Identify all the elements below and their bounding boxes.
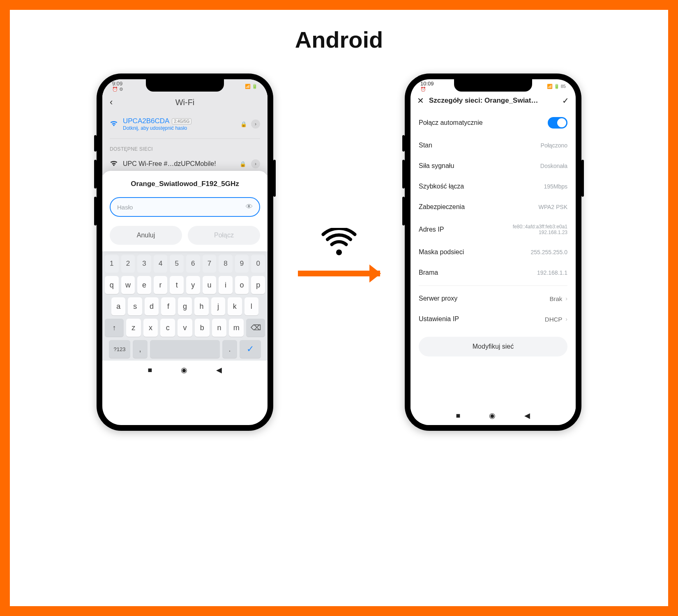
chevron-right-icon: › bbox=[565, 316, 567, 322]
kb-row-asdf: asdfghjkl bbox=[105, 297, 265, 315]
connect-button[interactable]: Połącz bbox=[188, 226, 260, 245]
key-k[interactable]: k bbox=[228, 297, 242, 315]
gateway-value: 192.168.1.1 bbox=[537, 269, 567, 276]
ip-row: Adres IP fe80::4afd:a3ff:feb3:e0a1 192.1… bbox=[410, 217, 576, 242]
key-b[interactable]: b bbox=[195, 319, 210, 337]
symbols-key[interactable]: ?123 bbox=[109, 340, 130, 358]
key-v[interactable]: v bbox=[178, 319, 192, 337]
key-q[interactable]: q bbox=[105, 276, 119, 294]
wifi-large-icon bbox=[321, 228, 357, 258]
status-value: Połączono bbox=[541, 142, 567, 149]
cancel-button[interactable]: Anuluj bbox=[110, 226, 182, 245]
key-0[interactable]: 0 bbox=[251, 255, 265, 273]
speed-value: 195Mbps bbox=[544, 183, 567, 190]
kb-row-zxcv: ↑ zxcvbnm ⌫ bbox=[105, 319, 265, 337]
enter-key[interactable]: ✓ bbox=[240, 340, 261, 358]
security-row: Zabezpieczenia WPA2 PSK bbox=[410, 197, 576, 217]
available-networks-label: DOSTĘPNE SIECI bbox=[102, 140, 268, 155]
auto-connect-row[interactable]: Połącz automatycznie bbox=[410, 110, 576, 135]
key-u[interactable]: u bbox=[203, 276, 217, 294]
nav-recent-icon[interactable]: ■ bbox=[148, 366, 152, 375]
shift-key[interactable]: ↑ bbox=[105, 319, 124, 337]
nav-back-icon[interactable]: ◀ bbox=[216, 365, 222, 375]
key-x[interactable]: x bbox=[143, 319, 158, 337]
eye-icon[interactable]: 👁 bbox=[246, 203, 253, 211]
phone-left: 9:09 ⏰ ⚙︎ 📶 🔋 ‹ Wi-Fi UPCA bbox=[97, 74, 273, 431]
nav-back-icon[interactable]: ◀ bbox=[524, 411, 530, 420]
key-g[interactable]: g bbox=[178, 297, 192, 315]
close-icon[interactable]: ✕ bbox=[417, 96, 424, 106]
key-4[interactable]: 4 bbox=[154, 255, 168, 273]
arrow-right-icon bbox=[298, 271, 380, 276]
connected-ssid: UPCA2B6CDA bbox=[123, 117, 169, 125]
nav-home-icon[interactable]: ◉ bbox=[489, 411, 496, 420]
key-5[interactable]: 5 bbox=[170, 255, 184, 273]
period-key[interactable]: . bbox=[222, 340, 237, 358]
space-key[interactable] bbox=[150, 340, 220, 358]
chevron-right-icon[interactable]: › bbox=[251, 159, 260, 168]
signal-row: Siła sygnału Doskonała bbox=[410, 156, 576, 176]
key-l[interactable]: l bbox=[244, 297, 258, 315]
key-9[interactable]: 9 bbox=[235, 255, 249, 273]
key-w[interactable]: w bbox=[121, 276, 135, 294]
connected-subtext: Dotknij, aby udostępnić hasło bbox=[123, 125, 235, 131]
key-e[interactable]: e bbox=[137, 276, 151, 294]
gateway-row: Brama 192.168.1.1 bbox=[410, 262, 576, 283]
key-6[interactable]: 6 bbox=[186, 255, 200, 273]
security-value: WPA2 PSK bbox=[538, 204, 567, 210]
ip-settings-row[interactable]: Ustawienia IP DHCP› bbox=[410, 309, 576, 329]
back-icon[interactable]: ‹ bbox=[110, 97, 113, 108]
kb-row-numbers: 1234567890 bbox=[105, 255, 265, 273]
nav-home-icon[interactable]: ◉ bbox=[181, 365, 187, 375]
key-n[interactable]: n bbox=[212, 319, 227, 337]
check-icon[interactable]: ✓ bbox=[562, 96, 569, 106]
page-title: Android bbox=[10, 10, 668, 53]
ip-settings-value: DHCP bbox=[545, 316, 563, 323]
connected-network-row[interactable]: UPCA2B6CDA 2.4G/5G Dotknij, aby udostępn… bbox=[102, 111, 268, 137]
key-3[interactable]: 3 bbox=[137, 255, 151, 273]
key-t[interactable]: t bbox=[170, 276, 184, 294]
status-time: 10:09 ⏰ bbox=[420, 80, 434, 92]
kb-row-qwerty: qwertyuiop bbox=[105, 276, 265, 294]
backspace-key[interactable]: ⌫ bbox=[246, 319, 265, 337]
key-2[interactable]: 2 bbox=[121, 255, 135, 273]
password-dialog: Orange_Swiatlowod_F192_5GHz 👁 Anuluj Poł… bbox=[102, 171, 268, 251]
center-graphic bbox=[298, 228, 380, 276]
key-7[interactable]: 7 bbox=[203, 255, 217, 273]
password-input[interactable] bbox=[117, 204, 242, 211]
key-r[interactable]: r bbox=[154, 276, 168, 294]
chevron-right-icon[interactable]: › bbox=[251, 120, 260, 129]
proxy-row[interactable]: Serwer proxy Brak› bbox=[410, 288, 576, 309]
comma-key[interactable]: , bbox=[133, 340, 148, 358]
auto-connect-label: Połącz automatycznie bbox=[419, 119, 483, 126]
key-1[interactable]: 1 bbox=[105, 255, 119, 273]
phone-right: 10:09 ⏰ 📶 🔋 85 ✕ Szczegóły sieci: Orange… bbox=[405, 74, 581, 431]
available-ssid: UPC Wi-Free #…dzUPCMobile! bbox=[123, 160, 235, 168]
key-a[interactable]: a bbox=[111, 297, 125, 315]
wifi-icon bbox=[110, 160, 118, 168]
key-d[interactable]: d bbox=[145, 297, 159, 315]
key-h[interactable]: h bbox=[194, 297, 208, 315]
key-o[interactable]: o bbox=[235, 276, 249, 294]
key-y[interactable]: y bbox=[186, 276, 200, 294]
key-s[interactable]: s bbox=[128, 297, 142, 315]
lock-icon: 🔒 bbox=[240, 161, 246, 167]
auto-connect-toggle[interactable] bbox=[548, 117, 567, 129]
key-p[interactable]: p bbox=[251, 276, 265, 294]
key-8[interactable]: 8 bbox=[219, 255, 233, 273]
modify-network-button[interactable]: Modyfikuj sieć bbox=[419, 337, 567, 356]
proxy-value: Brak bbox=[549, 295, 562, 302]
nav-bar: ■ ◉ ◀ bbox=[410, 406, 576, 425]
key-m[interactable]: m bbox=[229, 319, 244, 337]
mask-row: Maska podsieci 255.255.255.0 bbox=[410, 242, 576, 262]
key-z[interactable]: z bbox=[126, 319, 141, 337]
key-i[interactable]: i bbox=[219, 276, 233, 294]
key-c[interactable]: c bbox=[160, 319, 175, 337]
nav-recent-icon[interactable]: ■ bbox=[456, 411, 461, 420]
signal-value: Doskonała bbox=[540, 163, 567, 169]
key-j[interactable]: j bbox=[211, 297, 225, 315]
password-field-wrap[interactable]: 👁 bbox=[110, 197, 260, 217]
wifi-header: ‹ Wi-Fi bbox=[102, 93, 268, 111]
key-f[interactable]: f bbox=[161, 297, 175, 315]
mask-value: 255.255.255.0 bbox=[530, 249, 567, 255]
